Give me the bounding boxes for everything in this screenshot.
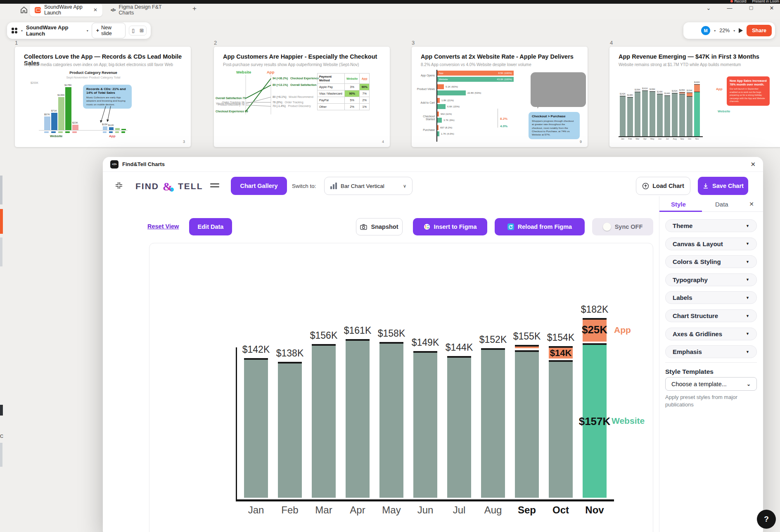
section-label: Typography xyxy=(673,276,708,283)
funnel-value: 8.5K (100%) xyxy=(498,71,512,76)
zoom-level[interactable]: 22% xyxy=(719,28,730,33)
bar-segment-website-Oct[interactable] xyxy=(549,360,573,498)
browser-tab-figma-design[interactable]: </> Figma Design F&T Charts xyxy=(106,3,176,17)
slide-thumbnail-3[interactable]: App Converts at 2x Website Rate - Apple … xyxy=(412,47,588,147)
style-section-theme[interactable]: Theme▼ xyxy=(665,219,757,232)
bar-segment-website-May[interactable] xyxy=(379,342,403,498)
single-slide-view-icon[interactable]: ▯ xyxy=(129,28,137,33)
slope-left-label-Overall Satisfaction: Overall Satisfaction 79 xyxy=(216,97,244,100)
tab-style[interactable]: Style xyxy=(671,201,686,208)
slide-title: App Converts at 2x Website Rate - Apple … xyxy=(421,53,582,60)
present-play-icon[interactable] xyxy=(739,28,743,33)
bar-segment-website-Aug[interactable] xyxy=(481,348,505,498)
switch-to-label: Switch to: xyxy=(292,183,316,189)
funnel-stage-label: App Opens xyxy=(413,74,435,77)
tab-data[interactable]: Data xyxy=(715,201,728,208)
collapse-window-icon[interactable] xyxy=(114,181,123,190)
slide-subtitle: Website remains strong at $1.7M YTD whil… xyxy=(619,62,780,67)
chevron-down-icon[interactable]: ▾ xyxy=(87,29,88,33)
table-cell: Other xyxy=(318,104,345,110)
save-chart-button[interactable]: Save Chart xyxy=(698,177,748,195)
table-header: App xyxy=(360,74,369,84)
close-tab-icon[interactable]: ✕ xyxy=(93,7,97,13)
chevron-expand-icon: ▼ xyxy=(746,260,749,264)
chart-gallery-button[interactable]: Chart Gallery xyxy=(231,177,287,195)
new-tab-button[interactable]: + xyxy=(192,5,197,13)
table-header: Payment Method xyxy=(318,74,345,84)
help-button[interactable]: ? xyxy=(757,510,776,529)
new-slide-button[interactable]: +New slide xyxy=(92,23,126,38)
mini-seg-website-Mar xyxy=(635,92,640,136)
window-close-icon[interactable]: ✕ xyxy=(767,5,776,11)
figma-slides-logo-icon[interactable] xyxy=(11,27,18,34)
funnel-bar-app xyxy=(437,84,444,89)
section-label: Canvas & Layout xyxy=(673,240,723,247)
bar-segment-website-Feb[interactable] xyxy=(278,362,302,498)
browser-tab-soundwave[interactable]: SoundWave App Launch ✕ xyxy=(30,3,102,17)
style-section-emphasis[interactable]: Emphasis▼ xyxy=(665,345,757,358)
page-number: 9 xyxy=(580,140,582,144)
chart-canvas-card[interactable]: $142KJan$138KFeb$156KMar$161KApr$158KMay… xyxy=(149,243,653,532)
share-button[interactable]: Share xyxy=(747,25,772,36)
chevron-expand-icon: ▼ xyxy=(746,350,749,354)
present-control[interactable]: Present in Loom xyxy=(752,0,779,3)
bar-segment-app-Sep[interactable] xyxy=(515,345,539,348)
mini-seg-website-Oct xyxy=(687,96,692,136)
chevron-down-icon[interactable]: ▾ xyxy=(714,29,716,33)
slope-left-label-Product Discovery: Product Discovery 74 xyxy=(216,103,244,106)
grid-view-icon[interactable]: ⊞ xyxy=(137,28,146,33)
mini-total-label: $154K xyxy=(685,90,695,92)
reset-view-link[interactable]: Reset View xyxy=(147,223,179,230)
reload-from-figma-button[interactable]: Reload from Figma xyxy=(495,218,585,235)
style-section-colors-styling[interactable]: Colors & Styling▼ xyxy=(665,255,757,268)
bar-segment-website-Jan[interactable] xyxy=(244,358,268,498)
window-menu-icon[interactable]: ⌄ xyxy=(704,5,713,11)
bar-segment-website-Jun[interactable] xyxy=(413,351,437,498)
template-select[interactable]: Choose a template... ⌄ xyxy=(665,377,757,391)
mini-bar-$136K xyxy=(58,97,64,130)
window-maximize-icon[interactable]: ▢ xyxy=(747,5,756,10)
style-section-canvas-layout[interactable]: Canvas & Layout▼ xyxy=(665,238,757,250)
close-panel-icon[interactable]: ✕ xyxy=(749,201,754,207)
sync-toggle[interactable]: Sync OFF xyxy=(592,218,653,235)
brand-ampersand-icon: & xyxy=(162,180,175,192)
segment-label-nov-app: $25K xyxy=(570,323,619,336)
slide-thumbnail-1[interactable]: Collectors Love the App — Records & CDs … xyxy=(15,47,191,147)
slide-thumbnail-2[interactable]: App Customers Are Happier - Especially t… xyxy=(214,47,390,147)
slide-number: 2 xyxy=(214,40,217,46)
home-icon[interactable] xyxy=(20,6,28,14)
snapshot-button[interactable]: Snapshot xyxy=(356,218,403,235)
bar-segment-website-Jul[interactable] xyxy=(447,356,471,498)
file-title[interactable]: SoundWave App Launch xyxy=(26,24,83,37)
chevron-down-icon[interactable]: ▾ xyxy=(733,29,735,33)
bar-segment-website-Sep[interactable] xyxy=(515,350,539,498)
avatar[interactable]: M xyxy=(701,26,710,35)
section-label: Labels xyxy=(673,294,692,301)
chevron-down-icon[interactable]: ▾ xyxy=(21,29,23,33)
window-minimize-icon[interactable]: — xyxy=(725,5,734,11)
funnel-bar-app: App8.5K (100%) xyxy=(437,71,514,76)
insert-to-figma-button[interactable]: Insert to Figma xyxy=(413,218,487,235)
menu-icon[interactable] xyxy=(210,183,219,188)
record-control[interactable]: Record xyxy=(730,0,746,3)
close-plugin-icon[interactable]: ✕ xyxy=(750,161,756,168)
style-section-axes-gridlines[interactable]: Axes & Gridlines▼ xyxy=(665,328,757,340)
slope-right-label-Checkout Experience: 94 (+36.2%) Checkout Experience xyxy=(273,77,319,80)
edit-data-button[interactable]: Edit Data xyxy=(189,218,232,235)
chart-type-dropdown[interactable]: Bar Chart Vertical ∨ xyxy=(324,177,413,195)
tab-label: SoundWave App Launch xyxy=(44,4,90,16)
style-section-labels[interactable]: Labels▼ xyxy=(665,291,757,304)
style-section-chart-structure[interactable]: Chart Structure▼ xyxy=(665,309,757,322)
table-header: Website xyxy=(345,74,360,84)
callout-bracket xyxy=(498,109,498,128)
slide-thumbnail-4[interactable]: App Revenue Emerging — $47K in First 3 M… xyxy=(609,47,780,147)
brand-find: FIND xyxy=(135,181,159,191)
screen-recording-bar: Record Present in Loom xyxy=(0,0,780,4)
style-section-typography[interactable]: Typography▼ xyxy=(665,273,757,286)
bar-segment-website-Apr[interactable] xyxy=(346,339,370,498)
total-label-Feb: $138K xyxy=(265,348,315,359)
chart-title: Product Category Revenue xyxy=(52,71,135,75)
load-chart-button[interactable]: Load Chart xyxy=(636,177,690,195)
legend-chip xyxy=(72,131,77,133)
bar-segment-website-Mar[interactable] xyxy=(312,344,336,498)
